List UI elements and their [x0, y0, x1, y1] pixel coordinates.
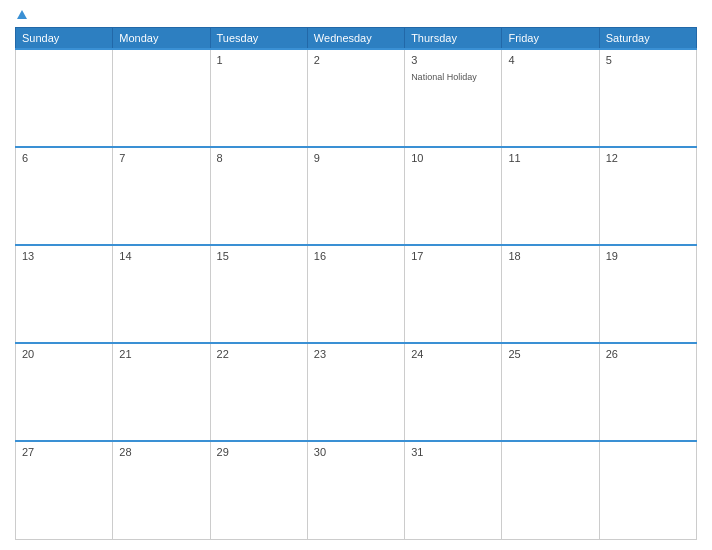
calendar-cell — [16, 49, 113, 147]
weekday-header-row: SundayMondayTuesdayWednesdayThursdayFrid… — [16, 28, 697, 50]
day-number: 20 — [22, 348, 106, 360]
week-row-1: 123National Holiday45 — [16, 49, 697, 147]
day-number: 2 — [314, 54, 398, 66]
calendar-cell: 11 — [502, 147, 599, 245]
calendar-cell: 12 — [599, 147, 696, 245]
day-number: 15 — [217, 250, 301, 262]
calendar-cell: 15 — [210, 245, 307, 343]
calendar-cell: 3National Holiday — [405, 49, 502, 147]
day-number: 17 — [411, 250, 495, 262]
day-number: 9 — [314, 152, 398, 164]
day-number: 28 — [119, 446, 203, 458]
calendar-cell: 5 — [599, 49, 696, 147]
day-number: 16 — [314, 250, 398, 262]
calendar-cell: 18 — [502, 245, 599, 343]
day-number: 24 — [411, 348, 495, 360]
day-number: 7 — [119, 152, 203, 164]
day-number: 29 — [217, 446, 301, 458]
calendar-cell: 6 — [16, 147, 113, 245]
weekday-header-thursday: Thursday — [405, 28, 502, 50]
calendar-cell: 25 — [502, 343, 599, 441]
day-number: 10 — [411, 152, 495, 164]
calendar-cell: 23 — [307, 343, 404, 441]
calendar-cell: 13 — [16, 245, 113, 343]
week-row-2: 6789101112 — [16, 147, 697, 245]
day-number: 18 — [508, 250, 592, 262]
week-row-4: 20212223242526 — [16, 343, 697, 441]
calendar-table: SundayMondayTuesdayWednesdayThursdayFrid… — [15, 27, 697, 540]
calendar-cell — [502, 441, 599, 539]
calendar-cell: 29 — [210, 441, 307, 539]
calendar-cell: 30 — [307, 441, 404, 539]
day-number: 12 — [606, 152, 690, 164]
logo — [15, 10, 27, 19]
weekday-header-monday: Monday — [113, 28, 210, 50]
day-number: 1 — [217, 54, 301, 66]
calendar-cell: 26 — [599, 343, 696, 441]
weekday-header-tuesday: Tuesday — [210, 28, 307, 50]
day-number: 26 — [606, 348, 690, 360]
weekday-header-sunday: Sunday — [16, 28, 113, 50]
weekday-header-friday: Friday — [502, 28, 599, 50]
calendar-cell: 10 — [405, 147, 502, 245]
calendar-cell: 24 — [405, 343, 502, 441]
day-number: 5 — [606, 54, 690, 66]
calendar-cell: 14 — [113, 245, 210, 343]
calendar-cell — [599, 441, 696, 539]
day-event: National Holiday — [411, 72, 477, 82]
calendar-cell: 19 — [599, 245, 696, 343]
day-number: 14 — [119, 250, 203, 262]
day-number: 3 — [411, 54, 495, 66]
day-number: 13 — [22, 250, 106, 262]
day-number: 4 — [508, 54, 592, 66]
calendar-cell: 1 — [210, 49, 307, 147]
calendar-cell: 8 — [210, 147, 307, 245]
weekday-header-saturday: Saturday — [599, 28, 696, 50]
day-number: 31 — [411, 446, 495, 458]
logo-triangle-icon — [17, 10, 27, 19]
calendar-cell: 27 — [16, 441, 113, 539]
day-number: 25 — [508, 348, 592, 360]
calendar-cell: 2 — [307, 49, 404, 147]
week-row-3: 13141516171819 — [16, 245, 697, 343]
calendar-cell: 22 — [210, 343, 307, 441]
calendar-cell: 7 — [113, 147, 210, 245]
calendar-cell: 17 — [405, 245, 502, 343]
day-number: 23 — [314, 348, 398, 360]
weekday-header-wednesday: Wednesday — [307, 28, 404, 50]
calendar-cell: 9 — [307, 147, 404, 245]
day-number: 6 — [22, 152, 106, 164]
day-number: 27 — [22, 446, 106, 458]
calendar-cell — [113, 49, 210, 147]
day-number: 19 — [606, 250, 690, 262]
day-number: 22 — [217, 348, 301, 360]
day-number: 8 — [217, 152, 301, 164]
day-number: 30 — [314, 446, 398, 458]
calendar-page: SundayMondayTuesdayWednesdayThursdayFrid… — [0, 0, 712, 550]
calendar-cell: 28 — [113, 441, 210, 539]
calendar-cell: 31 — [405, 441, 502, 539]
calendar-cell: 4 — [502, 49, 599, 147]
calendar-cell: 20 — [16, 343, 113, 441]
day-number: 11 — [508, 152, 592, 164]
week-row-5: 2728293031 — [16, 441, 697, 539]
calendar-cell: 21 — [113, 343, 210, 441]
calendar-header — [15, 10, 697, 19]
day-number: 21 — [119, 348, 203, 360]
calendar-cell: 16 — [307, 245, 404, 343]
